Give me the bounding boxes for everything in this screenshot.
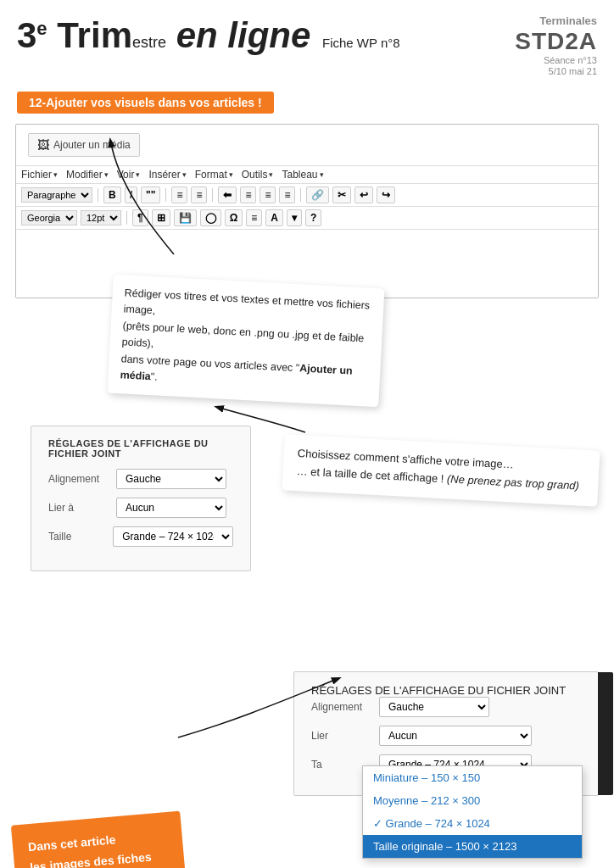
alignement-label: Alignement (48, 473, 116, 485)
settings-row-2-alignement: Alignement Gauche (311, 697, 581, 717)
callout-2-italic: (Ne prenez pas trop grand) (447, 473, 580, 492)
italic-btn[interactable]: I (125, 186, 137, 203)
wp-toolbar-2: Georgia 12pt ¶ ⊞ 💾 ◯ Ω ≡ A ▾ ? (16, 207, 598, 230)
help-btn[interactable]: ? (305, 209, 321, 226)
cut-btn[interactable]: ✂ (332, 186, 351, 203)
redo-btn[interactable]: ↪ (377, 186, 395, 203)
logo-seance: Séance n°135/10 mai 21 (515, 55, 597, 76)
align-left-btn[interactable]: ⬅ (218, 186, 237, 203)
dropdown-item-originale[interactable]: Taille originale – 1500 × 2123 (363, 835, 582, 858)
bold-btn[interactable]: B (103, 186, 121, 203)
p2-lier-select[interactable]: Aucun (379, 726, 532, 746)
taille-label: Taille (48, 531, 113, 542)
undo-btn[interactable]: ↩ (354, 186, 373, 203)
step-label: 12-Ajouter vos visuels dans vos articles… (17, 92, 274, 114)
panel-1-title: RÉGLAGES DE L'AFFICHAGE DU FICHIER JOINT (48, 438, 233, 459)
link-btn[interactable]: 🔗 (306, 186, 329, 203)
menu-fichier[interactable]: Fichier ▾ (21, 169, 58, 181)
callout-2-line2: … et la taille de cet affichage ! (Ne pr… (296, 465, 579, 492)
settings-panel-2: RÉGLAGES DE L'AFFICHAGE DU FICHIER JOINT… (293, 671, 599, 796)
p2-alignement-label: Alignement (311, 701, 379, 713)
quote-btn[interactable]: "" (141, 186, 160, 203)
section-settings-1: RÉGLAGES DE L'AFFICHAGE DU FICHIER JOINT… (0, 426, 614, 663)
paragraph-select[interactable]: Paragraphe (21, 187, 92, 203)
list-btn[interactable]: ≡ (171, 186, 187, 203)
p2-alignement-select[interactable]: Gauche (379, 697, 489, 717)
save-btn[interactable]: 💾 (174, 209, 197, 226)
media-icon: 🖼 (37, 138, 49, 152)
sidebar-strip (598, 672, 613, 795)
font-select[interactable]: Georgia (21, 210, 77, 225)
wp-menubar: Fichier ▾ Modifier ▾ Voir ▾ Insérer ▾ Fo… (16, 165, 598, 184)
logo-block: Terminales STD2A Séance n°135/10 mai 21 (515, 15, 597, 76)
callout-box-2: Choisissez comment s'affiche votre image… (282, 435, 600, 507)
omega-btn[interactable]: Ω (225, 209, 243, 226)
menu-inserer[interactable]: Insérer ▾ (148, 169, 186, 181)
page-header: 3e Trimestre en ligne Fiche WP n°8 Termi… (0, 0, 614, 83)
menu-modifier[interactable]: Modifier ▾ (66, 169, 109, 181)
logo-std2a: STD2A (515, 28, 597, 55)
menu-outils[interactable]: Outils ▾ (242, 169, 274, 181)
sticky-note: Dans cet article les images des fiches s… (11, 811, 189, 868)
menu-voir[interactable]: Voir ▾ (117, 169, 141, 181)
settings-row-taille: Taille Grande – 614 × 868 (48, 526, 233, 547)
align-right-btn[interactable]: ≡ (260, 186, 276, 203)
lier-label: Lier à (48, 502, 116, 514)
size-select[interactable]: 12pt (81, 210, 121, 225)
p2-lier-label: Lier (311, 730, 379, 742)
settings-row-lier: Lier à Aucun (48, 498, 233, 518)
settings-row-alignement: Alignement Gauche (48, 469, 233, 489)
taille-select[interactable]: Grande – 614 × 868 (113, 526, 233, 547)
logo-terminales: Terminales (515, 15, 597, 28)
add-media-button[interactable]: 🖼 Ajouter un média (28, 133, 140, 157)
alignement-select[interactable]: Gauche (116, 469, 226, 489)
callout-1-text: Rédiger vos titres et vos textes et mett… (120, 287, 370, 383)
size-dropdown: Miniature – 150 × 150 Moyenne – 212 × 30… (362, 765, 583, 859)
wp-editor: 🖼 Ajouter un média Fichier ▾ Modifier ▾ … (15, 124, 599, 298)
panel-2-title: RÉGLAGES DE L'AFFICHAGE DU FICHIER JOINT (311, 684, 581, 697)
wp-toolbar-1: Paragraphe B I "" ≡ ≡ ⬅ ≡ ≡ ≡ 🔗 ✂ ↩ ↪ (16, 184, 598, 207)
dropdown-item-miniature[interactable]: Miniature – 150 × 150 (363, 766, 582, 789)
dropdown-item-moyenne[interactable]: Moyenne – 212 × 300 (363, 789, 582, 812)
sticky-line1: Dans cet article (27, 833, 116, 854)
callout-box-1: Rédiger vos titres et vos textes et mett… (108, 275, 385, 408)
sticky-line2: les images des fiches (29, 850, 152, 868)
callout-1-bold: Ajouter un média (120, 362, 353, 382)
lier-select[interactable]: Aucun (116, 498, 226, 518)
section-editor: 🖼 Ajouter un média Fichier ▾ Modifier ▾ … (0, 124, 614, 409)
pilcrow-btn[interactable]: ¶ (132, 209, 148, 226)
lines-btn[interactable]: ≡ (246, 209, 262, 226)
add-media-label: Ajouter un média (53, 139, 131, 151)
fiche-label: Fiche WP n°8 (322, 36, 400, 50)
page-title: 3e Trimestre en ligne Fiche WP n°8 (17, 15, 400, 56)
dropdown-item-grande[interactable]: ✓ Grande – 614 × 868 (363, 812, 582, 835)
menu-format[interactable]: Format ▾ (195, 169, 233, 181)
menu-tableau[interactable]: Tableau ▾ (282, 169, 323, 181)
circle-btn[interactable]: ◯ (200, 209, 221, 226)
section-settings-2: RÉGLAGES DE L'AFFICHAGE DU FICHIER JOINT… (0, 671, 614, 868)
settings-row-2-lier: Lier Aucun (311, 726, 581, 746)
grid-btn[interactable]: ⊞ (152, 209, 170, 226)
align-justify-btn[interactable]: ≡ (279, 186, 295, 203)
olist-btn[interactable]: ≡ (191, 186, 207, 203)
page-container: 3e Trimestre en ligne Fiche WP n°8 Termi… (0, 0, 614, 868)
settings-panel-1: RÉGLAGES DE L'AFFICHAGE DU FICHIER JOINT… (31, 426, 251, 571)
align-center-btn[interactable]: ≡ (240, 186, 256, 203)
fontcolor-btn[interactable]: A (265, 209, 283, 226)
dropdown-btn[interactable]: ▾ (287, 209, 302, 226)
